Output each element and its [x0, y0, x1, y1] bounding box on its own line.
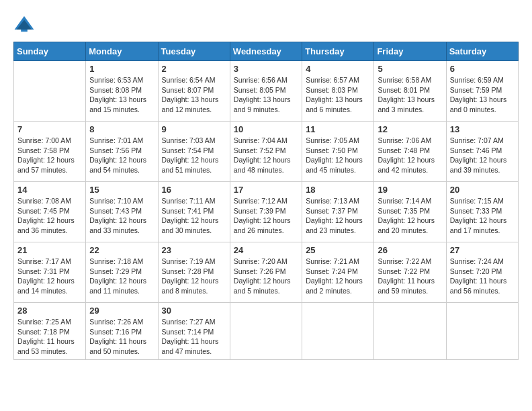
- day-number: 21: [17, 245, 82, 255]
- day-info: Sunrise: 7:26 AM Sunset: 7:16 PM Dayligh…: [89, 317, 154, 357]
- day-info: Sunrise: 7:10 AM Sunset: 7:43 PM Dayligh…: [89, 196, 154, 236]
- day-number: 13: [450, 124, 515, 134]
- day-number: 28: [17, 306, 82, 316]
- calendar-cell: 6Sunrise: 6:59 AM Sunset: 7:59 PM Daylig…: [446, 61, 518, 122]
- calendar-cell: 7Sunrise: 7:00 AM Sunset: 7:58 PM Daylig…: [14, 122, 86, 182]
- day-info: Sunrise: 6:58 AM Sunset: 8:01 PM Dayligh…: [378, 75, 442, 115]
- day-number: 3: [234, 64, 298, 74]
- calendar-cell: 26Sunrise: 7:22 AM Sunset: 7:22 PM Dayli…: [374, 242, 446, 303]
- day-number: 17: [234, 185, 298, 195]
- calendar-cell: 16Sunrise: 7:11 AM Sunset: 7:41 PM Dayli…: [158, 182, 230, 242]
- day-info: Sunrise: 7:03 AM Sunset: 7:54 PM Dayligh…: [162, 136, 226, 175]
- day-number: 18: [306, 185, 370, 195]
- day-number: 9: [162, 124, 226, 134]
- header: [13, 13, 519, 35]
- day-number: 29: [89, 306, 154, 316]
- calendar-cell: 30Sunrise: 7:27 AM Sunset: 7:14 PM Dayli…: [158, 303, 230, 360]
- calendar-cell: 17Sunrise: 7:12 AM Sunset: 7:39 PM Dayli…: [230, 182, 302, 242]
- day-number: 30: [162, 306, 226, 316]
- calendar-cell: 22Sunrise: 7:18 AM Sunset: 7:29 PM Dayli…: [86, 242, 158, 303]
- day-number: 27: [450, 245, 515, 255]
- calendar-cell: 11Sunrise: 7:05 AM Sunset: 7:50 PM Dayli…: [302, 122, 374, 182]
- day-info: Sunrise: 7:11 AM Sunset: 7:41 PM Dayligh…: [162, 196, 226, 236]
- day-info: Sunrise: 7:05 AM Sunset: 7:50 PM Dayligh…: [306, 136, 370, 175]
- calendar-cell: [302, 303, 374, 360]
- calendar-cell: 21Sunrise: 7:17 AM Sunset: 7:31 PM Dayli…: [14, 242, 86, 303]
- calendar-cell: 8Sunrise: 7:01 AM Sunset: 7:56 PM Daylig…: [86, 122, 158, 182]
- day-number: 16: [162, 185, 226, 195]
- day-number: 1: [89, 64, 154, 74]
- calendar-cell: 4Sunrise: 6:57 AM Sunset: 8:03 PM Daylig…: [302, 61, 374, 122]
- day-header-tuesday: Tuesday: [158, 42, 230, 61]
- day-info: Sunrise: 6:57 AM Sunset: 8:03 PM Dayligh…: [306, 75, 370, 115]
- day-number: 12: [378, 124, 442, 134]
- header-row: SundayMondayTuesdayWednesdayThursdayFrid…: [14, 42, 519, 61]
- day-info: Sunrise: 6:59 AM Sunset: 7:59 PM Dayligh…: [450, 75, 515, 115]
- day-number: 6: [450, 64, 515, 74]
- calendar-cell: 18Sunrise: 7:13 AM Sunset: 7:37 PM Dayli…: [302, 182, 374, 242]
- day-info: Sunrise: 7:08 AM Sunset: 7:45 PM Dayligh…: [17, 196, 82, 236]
- day-header-wednesday: Wednesday: [230, 42, 302, 61]
- calendar-cell: [230, 303, 302, 360]
- calendar-cell: [374, 303, 446, 360]
- calendar-cell: 9Sunrise: 7:03 AM Sunset: 7:54 PM Daylig…: [158, 122, 230, 182]
- day-info: Sunrise: 7:06 AM Sunset: 7:48 PM Dayligh…: [378, 136, 442, 175]
- calendar-week-4: 28Sunrise: 7:25 AM Sunset: 7:18 PM Dayli…: [14, 303, 519, 360]
- day-header-sunday: Sunday: [14, 42, 86, 61]
- day-info: Sunrise: 7:04 AM Sunset: 7:52 PM Dayligh…: [234, 136, 298, 175]
- calendar-cell: 1Sunrise: 6:53 AM Sunset: 8:08 PM Daylig…: [86, 61, 158, 122]
- day-info: Sunrise: 7:24 AM Sunset: 7:20 PM Dayligh…: [450, 257, 515, 296]
- calendar-cell: 20Sunrise: 7:15 AM Sunset: 7:33 PM Dayli…: [446, 182, 518, 242]
- day-info: Sunrise: 7:13 AM Sunset: 7:37 PM Dayligh…: [306, 196, 370, 236]
- day-number: 20: [450, 185, 515, 195]
- day-info: Sunrise: 6:56 AM Sunset: 8:05 PM Dayligh…: [234, 75, 298, 115]
- calendar-body: 1Sunrise: 6:53 AM Sunset: 8:08 PM Daylig…: [14, 61, 519, 360]
- calendar-week-3: 21Sunrise: 7:17 AM Sunset: 7:31 PM Dayli…: [14, 242, 519, 303]
- calendar-cell: 10Sunrise: 7:04 AM Sunset: 7:52 PM Dayli…: [230, 122, 302, 182]
- calendar-cell: 14Sunrise: 7:08 AM Sunset: 7:45 PM Dayli…: [14, 182, 86, 242]
- calendar-cell: 2Sunrise: 6:54 AM Sunset: 8:07 PM Daylig…: [158, 61, 230, 122]
- day-number: 15: [89, 185, 154, 195]
- day-info: Sunrise: 7:19 AM Sunset: 7:28 PM Dayligh…: [162, 257, 226, 296]
- calendar-week-0: 1Sunrise: 6:53 AM Sunset: 8:08 PM Daylig…: [14, 61, 519, 122]
- day-info: Sunrise: 6:53 AM Sunset: 8:08 PM Dayligh…: [89, 75, 154, 115]
- day-header-friday: Friday: [374, 42, 446, 61]
- day-info: Sunrise: 7:15 AM Sunset: 7:33 PM Dayligh…: [450, 196, 515, 236]
- day-info: Sunrise: 7:27 AM Sunset: 7:14 PM Dayligh…: [162, 317, 226, 357]
- day-info: Sunrise: 7:07 AM Sunset: 7:46 PM Dayligh…: [450, 136, 515, 175]
- calendar-cell: 5Sunrise: 6:58 AM Sunset: 8:01 PM Daylig…: [374, 61, 446, 122]
- day-number: 11: [306, 124, 370, 134]
- calendar-header: SundayMondayTuesdayWednesdayThursdayFrid…: [14, 42, 519, 61]
- day-info: Sunrise: 7:17 AM Sunset: 7:31 PM Dayligh…: [17, 257, 82, 296]
- day-number: 14: [17, 185, 82, 195]
- day-number: 8: [89, 124, 154, 134]
- day-info: Sunrise: 7:20 AM Sunset: 7:26 PM Dayligh…: [234, 257, 298, 296]
- calendar-cell: 24Sunrise: 7:20 AM Sunset: 7:26 PM Dayli…: [230, 242, 302, 303]
- calendar-cell: 15Sunrise: 7:10 AM Sunset: 7:43 PM Dayli…: [86, 182, 158, 242]
- day-header-monday: Monday: [86, 42, 158, 61]
- day-number: 5: [378, 64, 442, 74]
- day-number: 10: [234, 124, 298, 134]
- day-info: Sunrise: 7:21 AM Sunset: 7:24 PM Dayligh…: [306, 257, 370, 296]
- day-number: 2: [162, 64, 226, 74]
- calendar-week-1: 7Sunrise: 7:00 AM Sunset: 7:58 PM Daylig…: [14, 122, 519, 182]
- calendar-cell: 25Sunrise: 7:21 AM Sunset: 7:24 PM Dayli…: [302, 242, 374, 303]
- calendar-cell: 23Sunrise: 7:19 AM Sunset: 7:28 PM Dayli…: [158, 242, 230, 303]
- calendar-week-2: 14Sunrise: 7:08 AM Sunset: 7:45 PM Dayli…: [14, 182, 519, 242]
- day-number: 25: [306, 245, 370, 255]
- day-number: 24: [234, 245, 298, 255]
- logo: [13, 13, 38, 35]
- day-number: 23: [162, 245, 226, 255]
- calendar-cell: 13Sunrise: 7:07 AM Sunset: 7:46 PM Dayli…: [446, 122, 518, 182]
- day-info: Sunrise: 7:00 AM Sunset: 7:58 PM Dayligh…: [17, 136, 82, 175]
- calendar: SundayMondayTuesdayWednesdayThursdayFrid…: [13, 42, 519, 360]
- calendar-cell: 29Sunrise: 7:26 AM Sunset: 7:16 PM Dayli…: [86, 303, 158, 360]
- calendar-cell: [14, 61, 86, 122]
- calendar-cell: 28Sunrise: 7:25 AM Sunset: 7:18 PM Dayli…: [14, 303, 86, 360]
- day-info: Sunrise: 6:54 AM Sunset: 8:07 PM Dayligh…: [162, 75, 226, 115]
- day-info: Sunrise: 7:22 AM Sunset: 7:22 PM Dayligh…: [378, 257, 442, 296]
- day-info: Sunrise: 7:01 AM Sunset: 7:56 PM Dayligh…: [89, 136, 154, 175]
- logo-icon: [13, 13, 35, 35]
- day-number: 19: [378, 185, 442, 195]
- day-number: 7: [17, 124, 82, 134]
